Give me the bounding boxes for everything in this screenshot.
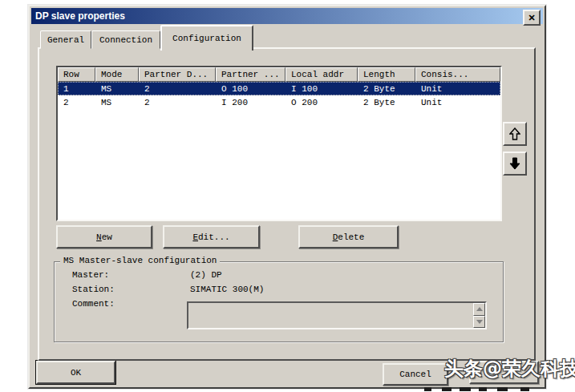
cell-local-addr: I 100: [285, 82, 358, 95]
column-header-local-addr[interactable]: Local addr: [285, 67, 358, 82]
delete-button[interactable]: Delete: [298, 225, 399, 249]
comment-label: Comment:: [72, 299, 115, 309]
scroll-up-icon: [476, 307, 483, 311]
cell-length: 2 Byte: [358, 95, 415, 109]
column-header-row[interactable]: Row: [58, 67, 95, 82]
move-row-up-button[interactable]: [503, 122, 527, 146]
up-arrow-icon: [509, 127, 520, 140]
scroll-down-button[interactable]: [473, 316, 485, 329]
background-artifact: [520, 387, 529, 391]
edit-button-label: E: [192, 232, 198, 242]
configuration-tab-page: Row Mode Partner D... Partner ... Local …: [38, 47, 536, 361]
cell-length: 2 Byte: [358, 82, 415, 95]
background-artifact: [460, 387, 471, 391]
watermark-text: 头条@荣久科技: [444, 357, 575, 382]
background-artifact: [479, 387, 487, 391]
close-button[interactable]: ✕: [523, 10, 541, 26]
column-header-partner-dp[interactable]: Partner D...: [139, 67, 216, 82]
cell-mode: MS: [95, 95, 139, 109]
title-bar[interactable]: DP slave properties ✕: [31, 8, 543, 24]
comment-scrollbar[interactable]: [473, 303, 485, 328]
group-title: MS Master-slave configuration: [60, 256, 220, 265]
down-arrow-icon: [509, 157, 520, 170]
ok-button-label: OK: [71, 368, 81, 378]
new-button-label-rest: ew: [102, 232, 112, 242]
dp-slave-properties-dialog: DP slave properties ✕ General Connection…: [28, 5, 546, 389]
tab-connection-label: Connection: [99, 35, 152, 45]
new-button[interactable]: New: [56, 225, 152, 249]
station-value: SIMATIC 300(M): [190, 285, 264, 294]
cell-consistency: Unit: [415, 95, 500, 109]
cell-partner-addr: I 200: [216, 95, 285, 109]
cell-local-addr: O 200: [285, 95, 358, 109]
edit-button[interactable]: Edit...: [163, 225, 260, 249]
background-artifact: [424, 387, 431, 391]
close-icon: ✕: [528, 14, 535, 22]
edit-button-label-rest: dit...: [198, 232, 230, 242]
master-label: Master:: [72, 270, 109, 280]
station-label: Station:: [72, 285, 115, 294]
scroll-down-icon: [476, 320, 483, 324]
configuration-table: Row Mode Partner D... Partner ... Local …: [56, 66, 502, 221]
table-header-row: Row Mode Partner D... Partner ... Local …: [58, 67, 500, 82]
column-header-partner[interactable]: Partner ...: [216, 67, 285, 82]
tab-general[interactable]: General: [40, 30, 91, 49]
window-title: DP slave properties: [31, 10, 125, 22]
tab-configuration-label: Configuration: [172, 34, 241, 43]
new-button-label: N: [96, 232, 102, 242]
cell-partner-dp: 2: [139, 82, 216, 95]
delete-button-label-rest: elete: [338, 232, 364, 242]
table-row[interactable]: 1 MS 2 O 100 I 100 2 Byte Unit: [58, 82, 500, 95]
ok-button[interactable]: OK: [36, 361, 115, 384]
cell-consistency: Unit: [415, 82, 500, 95]
cell-partner-addr: O 100: [216, 82, 285, 95]
cell-mode: MS: [95, 82, 139, 95]
column-header-consistency[interactable]: Consis...: [415, 67, 500, 82]
cell-row: 2: [58, 95, 95, 109]
cancel-button[interactable]: Cancel: [383, 363, 448, 386]
ms-master-slave-configuration-group: MS Master-slave configuration Master: (2…: [54, 261, 504, 342]
column-header-mode[interactable]: Mode: [95, 67, 139, 82]
cancel-button-label: Cancel: [399, 370, 431, 379]
master-value: (2) DP: [190, 270, 222, 280]
background-artifact: [497, 387, 508, 391]
comment-field[interactable]: [187, 301, 487, 329]
background-artifact: [442, 387, 451, 391]
tab-configuration[interactable]: Configuration: [160, 25, 253, 51]
move-row-down-button[interactable]: [503, 152, 527, 176]
column-header-length[interactable]: Length: [358, 67, 415, 82]
tab-connection[interactable]: Connection: [91, 30, 160, 49]
tab-general-label: General: [47, 35, 84, 45]
cell-row: 1: [58, 82, 95, 95]
scroll-up-button[interactable]: [473, 303, 485, 316]
table-row[interactable]: 2 MS 2 I 200 O 200 2 Byte Unit: [58, 95, 500, 109]
cell-partner-dp: 2: [139, 95, 216, 109]
